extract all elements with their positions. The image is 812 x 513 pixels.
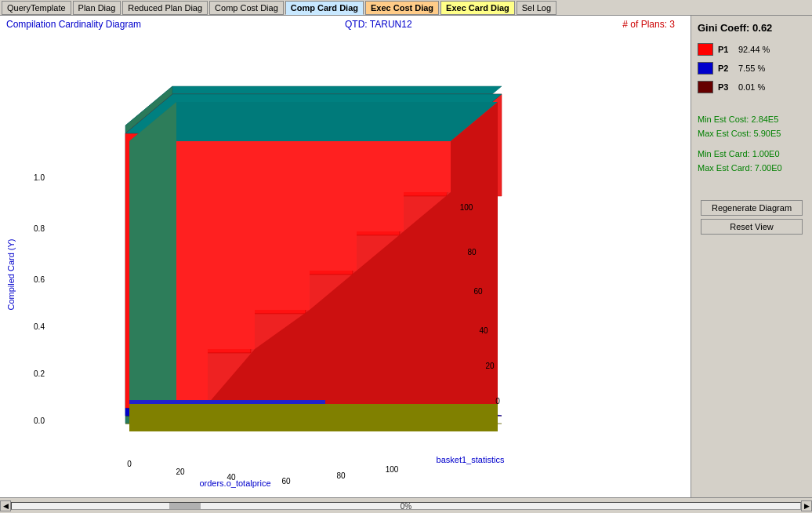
min-est-card: Min Est Card: 1.00E0 [698, 147, 806, 161]
svg-text:60: 60 [473, 287, 483, 296]
right-scroll-pct: 0% [401, 502, 411, 511]
tab-sellog[interactable]: Sel Log [517, 1, 556, 15]
svg-text:0: 0 [495, 397, 500, 406]
svg-text:0.8: 0.8 [34, 224, 45, 233]
regenerate-button[interactable]: Regenerate Diagram [701, 200, 803, 216]
svg-text:80: 80 [467, 248, 477, 256]
legend-item-p2: P2 7.55 % [698, 62, 806, 75]
svg-text:1.0: 1.0 [34, 173, 45, 182]
svg-text:0.4: 0.4 [34, 322, 45, 331]
right-panel: Gini Coeff: 0.62 P1 92.44 % P2 7.55 % P3… [691, 16, 812, 513]
buttons-area: Regenerate Diagram Reset View [698, 197, 806, 238]
p3-color-box [698, 81, 713, 93]
reset-view-button[interactable]: Reset View [701, 219, 803, 235]
p3-pct: 0.01 % [738, 82, 765, 92]
svg-text:100: 100 [386, 465, 399, 474]
svg-text:40: 40 [479, 326, 488, 335]
plans-label: # of Plans: 3 [622, 19, 675, 30]
stats-group: Min Est Cost: 2.84E5 Max Est Cost: 5.90E… [698, 112, 806, 175]
max-est-card: Max Est Card: 7.00E0 [698, 161, 806, 175]
svg-text:0.2: 0.2 [34, 369, 45, 378]
y-axis-label: Compiled Card (Y) [6, 238, 16, 310]
p3-label: P3 [718, 82, 735, 92]
right-panel-scrollbar: ◀ ▶ 0% [0, 497, 812, 513]
tab-compcarddiag[interactable]: Comp Card Diag [285, 1, 364, 15]
tab-compcostdiag[interactable]: Comp Cost Diag [209, 1, 284, 15]
chart-svg: Compiled Card (Y) 0.0 0.2 0.4 0.6 0.8 1.… [0, 39, 588, 502]
legend-item-p1: P1 92.44 % [698, 43, 806, 56]
p2-strip [129, 400, 325, 404]
svg-text:40: 40 [227, 473, 236, 482]
right-scroll-right[interactable]: ▶ [801, 500, 812, 511]
step-top-5 [208, 349, 498, 404]
teal-face [129, 102, 498, 141]
chart-area: Compilation Cardinality Diagram QTD: TAR… [0, 16, 691, 513]
main-layout: Compilation Cardinality Diagram QTD: TAR… [0, 16, 812, 513]
z-axis-label: basket1_statistics [437, 455, 505, 464]
chart-svg-container: Compiled Card (Y) 0.0 0.2 0.4 0.6 0.8 1.… [0, 39, 588, 502]
p1-label: P1 [718, 45, 735, 54]
teal-left [129, 102, 176, 404]
p2-pct: 7.55 % [738, 64, 765, 73]
right-scroll-thumb[interactable] [169, 503, 201, 509]
svg-text:80: 80 [336, 471, 346, 480]
tab-reducedplandiag[interactable]: Reduced Plan Diag [122, 1, 208, 15]
tab-plandiag[interactable]: Plan Diag [73, 1, 121, 15]
right-scroll-left[interactable]: ◀ [0, 500, 11, 511]
p1-color-box [698, 43, 713, 56]
tab-bar: QueryTemplate Plan Diag Reduced Plan Dia… [0, 0, 812, 16]
gini-coeff: Gini Coeff: 0.62 [698, 22, 806, 34]
svg-text:60: 60 [281, 477, 291, 486]
p1-pct: 92.44 % [738, 45, 770, 54]
legend-item-p3: P3 0.01 % [698, 81, 806, 93]
svg-text:0.0: 0.0 [34, 417, 45, 425]
max-est-cost: Max Est Cost: 5.90E5 [698, 126, 806, 140]
svg-text:100: 100 [460, 203, 473, 212]
tab-execcarddiag[interactable]: Exec Card Diag [440, 1, 515, 15]
p2-color-box [698, 62, 713, 75]
tab-querytemplate[interactable]: QueryTemplate [2, 1, 71, 15]
svg-text:0.6: 0.6 [34, 275, 45, 284]
svg-text:20: 20 [485, 362, 495, 370]
min-est-cost: Min Est Cost: 2.84E5 [698, 112, 806, 126]
p2-label: P2 [718, 64, 735, 73]
tab-execcostdiag[interactable]: Exec Cost Diag [365, 1, 439, 15]
svg-text:20: 20 [176, 468, 185, 476]
qtd-label: QTD: TARUN12 [345, 19, 412, 30]
svg-text:0: 0 [127, 460, 132, 468]
floor-main [129, 404, 498, 431]
